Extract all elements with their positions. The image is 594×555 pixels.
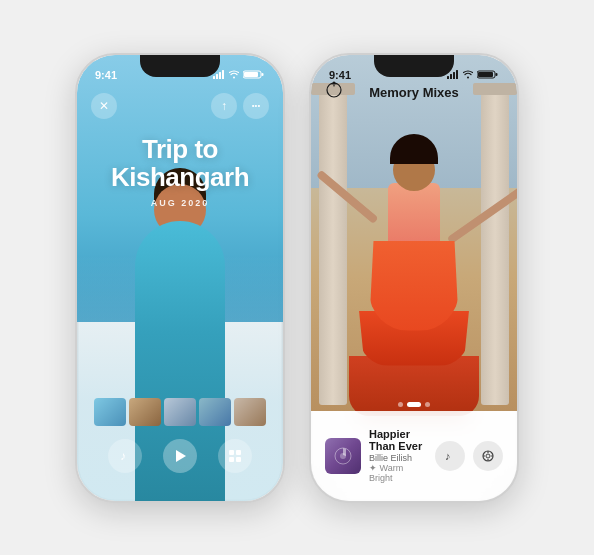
wifi-icon — [463, 70, 473, 79]
skirt-layer-1 — [369, 241, 459, 331]
trip-title: Trip to Kishangarh — [77, 135, 283, 192]
svg-point-4 — [233, 77, 235, 79]
status-time: 9:41 — [329, 69, 351, 81]
battery-icon — [477, 70, 499, 79]
notch — [374, 55, 454, 77]
music-note-button[interactable]: ♪ — [435, 441, 465, 471]
svg-text:♪: ♪ — [445, 450, 451, 462]
trip-title-area: Trip to Kishangarh AUG 2020 — [77, 135, 283, 208]
svg-rect-16 — [453, 72, 455, 79]
svg-rect-21 — [496, 73, 498, 76]
top-controls: ✕ ↑ ••• — [77, 87, 283, 125]
svg-rect-20 — [478, 72, 493, 77]
power-button — [283, 175, 285, 240]
thumbnail-4[interactable] — [199, 398, 231, 426]
dot-3 — [425, 402, 430, 407]
svg-rect-15 — [450, 74, 452, 79]
svg-rect-7 — [262, 73, 264, 76]
play-button[interactable] — [163, 439, 197, 473]
svg-rect-11 — [236, 450, 241, 455]
album-art-inner — [325, 438, 361, 474]
phone1: 9:41 — [75, 53, 285, 503]
song-artist: Billie Eilish — [369, 453, 427, 463]
music-button[interactable]: ♪ — [108, 439, 142, 473]
music-note-icon: ♪ — [443, 449, 457, 463]
thumbnail-2[interactable] — [129, 398, 161, 426]
dot-2 — [407, 402, 421, 407]
share-button[interactable]: ↑ — [211, 93, 237, 119]
svg-rect-13 — [236, 457, 241, 462]
style-button[interactable] — [473, 441, 503, 471]
svg-point-18 — [467, 77, 469, 79]
thumbnail-5[interactable] — [234, 398, 266, 426]
wifi-icon — [229, 70, 239, 79]
status-time: 9:41 — [95, 69, 117, 81]
svg-rect-14 — [447, 76, 449, 79]
grid-button[interactable] — [218, 439, 252, 473]
music-card: Happier Than Ever Billie Eilish ✦ Warm B… — [311, 411, 517, 501]
phone2-screen: 9:41 — [311, 55, 517, 501]
svg-rect-0 — [213, 76, 215, 79]
thumbnail-strip — [77, 398, 283, 426]
svg-rect-2 — [219, 72, 221, 79]
trip-date: AUG 2020 — [77, 198, 283, 208]
nav-bar: Memory Mixes — [311, 85, 517, 100]
top-right-controls: ↑ ••• — [211, 93, 269, 119]
more-button[interactable]: ••• — [243, 93, 269, 119]
song-style: ✦ Warm Bright — [369, 463, 427, 483]
phone2: 9:41 — [309, 53, 519, 503]
music-controls: ♪ — [435, 441, 503, 471]
dancer-figure — [339, 76, 489, 416]
back-button[interactable] — [325, 81, 343, 103]
svg-rect-17 — [456, 70, 458, 79]
svg-rect-1 — [216, 74, 218, 79]
grid-icon — [228, 449, 242, 463]
status-icons — [447, 70, 499, 79]
nav-title: Memory Mixes — [369, 85, 459, 100]
thumbnail-3[interactable] — [164, 398, 196, 426]
power-button — [517, 175, 519, 240]
svg-rect-6 — [244, 72, 258, 77]
album-icon — [333, 446, 353, 466]
style-icon — [481, 449, 495, 463]
svg-rect-12 — [229, 457, 234, 462]
battery-icon — [243, 70, 265, 79]
song-title: Happier Than Ever — [369, 428, 427, 452]
svg-rect-10 — [229, 450, 234, 455]
song-info: Happier Than Ever Billie Eilish ✦ Warm B… — [369, 428, 427, 483]
thumbnail-1[interactable] — [94, 398, 126, 426]
close-button[interactable]: ✕ — [91, 93, 117, 119]
bottom-controls: ♪ — [77, 439, 283, 473]
music-card-content: Happier Than Ever Billie Eilish ✦ Warm B… — [325, 428, 503, 483]
album-art — [325, 438, 361, 474]
status-icons — [213, 70, 265, 79]
page-indicator — [311, 402, 517, 407]
back-icon — [325, 81, 343, 99]
play-icon — [173, 449, 187, 463]
svg-marker-9 — [176, 450, 186, 462]
phone1-screen: 9:41 — [77, 55, 283, 501]
svg-point-26 — [486, 454, 490, 458]
svg-rect-3 — [222, 70, 224, 79]
dot-1 — [398, 402, 403, 407]
notch — [140, 55, 220, 77]
dancer-hair — [390, 134, 438, 164]
music-icon: ♪ — [118, 449, 132, 463]
svg-text:♪: ♪ — [120, 449, 126, 463]
